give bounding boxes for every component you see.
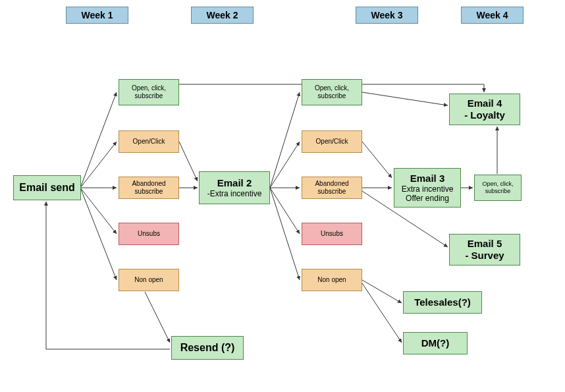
node-resend: Resend (?) [171,336,244,360]
node-email5-title: Email 5 [468,238,502,250]
svg-line-6 [179,142,198,181]
svg-line-14 [362,142,392,178]
node-w1-ocs: Open, click, subscribe [119,79,179,105]
node-w1-abandoned: Abandoned subscribe [119,177,179,199]
node-email2-title: Email 2 [217,177,252,189]
svg-line-17 [362,280,402,303]
node-w3-ocs: Open, click, subscribe [474,175,522,201]
week-header-2: Week 2 [191,7,254,24]
node-w2-ocs: Open, click, subscribe [302,79,362,105]
node-email4-sub: - Loyalty [464,109,505,121]
svg-line-12 [270,188,300,280]
svg-line-18 [362,283,402,343]
node-w2-unsubs: Unsubs [302,223,362,245]
week-header-3: Week 3 [356,7,418,24]
node-email4-title: Email 4 [468,98,502,109]
node-email3-sub2: Offer ending [406,194,449,203]
svg-line-3 [80,188,117,234]
node-telesales: Telesales(?) [403,291,482,314]
node-email5: Email 5 - Survey [449,234,520,266]
svg-line-1 [80,142,117,188]
svg-line-11 [270,188,300,234]
node-email-send: Email send [13,175,81,200]
node-dm: DM(?) [403,332,468,354]
svg-line-5 [145,292,170,343]
svg-line-13 [362,92,448,105]
week-header-1: Week 1 [66,7,128,24]
node-email3-title: Email 3 [410,173,445,184]
node-w1-openclick: Open/Click [119,130,179,153]
svg-line-8 [270,92,300,188]
svg-line-0 [80,92,117,188]
node-email3-sub1: Extra incentive [402,184,454,194]
node-w1-nonopen: Non open [119,269,179,291]
node-w2-nonopen: Non open [302,269,362,291]
svg-line-4 [80,188,117,280]
svg-line-9 [270,142,300,188]
week-header-4: Week 4 [461,7,524,24]
node-w1-unsubs: Unsubs [119,223,179,245]
node-email2-sub: -Extra incentive [207,189,262,198]
node-w2-openclick: Open/Click [302,130,362,153]
node-email2: Email 2 -Extra incentive [199,171,270,204]
node-email5-sub: - Survey [465,250,504,262]
node-email4: Email 4 - Loyalty [449,94,520,125]
node-w2-abandoned: Abandoned subscribe [302,177,362,199]
node-email3: Email 3 Extra incentive Offer ending [394,168,461,208]
